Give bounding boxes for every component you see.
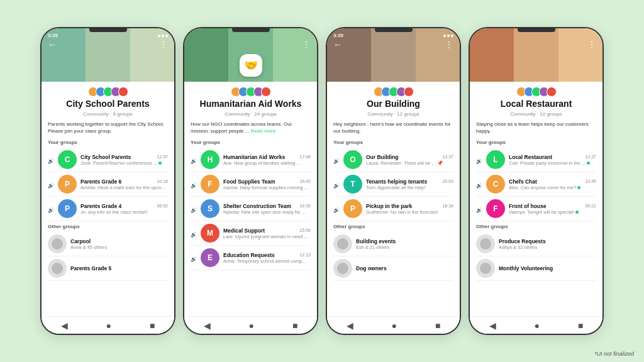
group-item[interactable]: 🔊EEducation Requests12:13Anna: Temporary… bbox=[191, 246, 311, 270]
other-group-item[interactable]: Monthly Volunteering bbox=[476, 256, 596, 281]
back-button[interactable]: ← bbox=[333, 40, 342, 50]
community-description: How our NGO coordinates across teams. Ou… bbox=[191, 121, 311, 134]
other-group-subtitle: Aditya & 32 others bbox=[499, 244, 546, 250]
group-avatar: O bbox=[343, 150, 362, 169]
group-info: Local Restaurant12:27Carl: Private party… bbox=[509, 154, 596, 166]
group-last-message: Valerya: Tonight will be special! bbox=[509, 209, 596, 215]
other-group-avatar bbox=[333, 259, 352, 278]
phone4-header-bg: ⋮ bbox=[470, 28, 602, 82]
group-item[interactable]: 🔊CChefs Chat10:45Alex: Can anyone cover … bbox=[476, 172, 596, 197]
group-item[interactable]: 🔊SShelter Construction Team16:35Nykolai:… bbox=[191, 197, 311, 221]
nav-button[interactable]: ◀ bbox=[347, 321, 353, 331]
other-groups-label: Other groups bbox=[476, 224, 596, 229]
other-group-item[interactable]: Building eventsEsh & 21 others bbox=[333, 232, 453, 256]
other-group-info: Parents Grade 5 bbox=[70, 265, 111, 272]
status-bar: 3:35 bbox=[48, 33, 168, 38]
group-name-row: Parents Grade 610:18 bbox=[80, 178, 168, 185]
group-last-message: Carl: Private party tomorrow in the ... bbox=[509, 160, 596, 166]
online-indicator bbox=[158, 162, 162, 165]
nav-button[interactable]: ● bbox=[249, 321, 254, 331]
community-meta: Community · 8 groups bbox=[48, 111, 168, 117]
group-item[interactable]: 🔊CCity School Parents12:37José: Parent/T… bbox=[48, 148, 168, 172]
group-last-message: Nykolai: New site open and ready for ... bbox=[223, 209, 311, 215]
group-name-row: Medical Support15:59 bbox=[223, 228, 311, 234]
nav-button[interactable]: ● bbox=[392, 321, 397, 331]
group-item[interactable]: 🔊OOur Building13:37Laura: Reminder: Ther… bbox=[333, 148, 453, 172]
group-item[interactable]: 🔊PParents Grade 408:52Jo: any info on th… bbox=[48, 197, 168, 221]
group-avatar: E bbox=[201, 248, 219, 267]
group-item[interactable]: 🔊HHumanitarian Aid Works17:06Ava: New gr… bbox=[191, 148, 311, 172]
speaker-icon: 🔊 bbox=[191, 252, 197, 263]
phone3-body: Our BuildingCommunity · 12 groupsHey nei… bbox=[327, 82, 460, 316]
status-time: 3:35 bbox=[48, 33, 58, 38]
group-item[interactable]: 🔊FFront of house09:21Valerya: Tonight wi… bbox=[476, 197, 596, 221]
nav-button[interactable]: ■ bbox=[578, 321, 583, 331]
other-group-name: Dog owners bbox=[356, 265, 387, 272]
group-item[interactable]: 🔊PParents Grade 610:18Amelia: Have a mat… bbox=[48, 172, 168, 197]
group-name-row: Pickup in the park18:18 bbox=[366, 203, 453, 209]
speaker-icon: 🔊 bbox=[191, 154, 197, 165]
group-time: 13:37 bbox=[442, 155, 453, 159]
group-avatar: C bbox=[58, 150, 77, 169]
avatar bbox=[261, 87, 271, 97]
nav-button[interactable]: ■ bbox=[435, 321, 440, 331]
group-name-row: City School Parents12:37 bbox=[80, 154, 168, 160]
community-icon: 🤝 bbox=[240, 54, 262, 77]
group-item[interactable]: 🔊FFood Supplies Team16:42Ivanna: baby fo… bbox=[191, 172, 311, 197]
more-button[interactable]: ⋮ bbox=[302, 40, 311, 50]
community-title: City School Parents bbox=[48, 99, 168, 109]
group-name-row: Our Building13:37 bbox=[366, 154, 453, 160]
nav-button[interactable]: ● bbox=[535, 321, 540, 331]
community-meta: Community · 10 groups bbox=[476, 111, 596, 117]
nav-button[interactable]: ● bbox=[106, 321, 111, 331]
speaker-icon: 🔊 bbox=[476, 203, 482, 214]
group-name: Pickup in the park bbox=[366, 203, 412, 209]
group-last-message: José: Parent/Teacher conferences ... bbox=[80, 160, 168, 166]
group-name: Education Requests bbox=[223, 252, 275, 258]
group-name: Shelter Construction Team bbox=[223, 203, 291, 209]
your-groups-label: Your groups bbox=[191, 140, 311, 145]
back-button[interactable]: ← bbox=[48, 40, 57, 50]
group-item[interactable]: 🔊MMedical Support15:59Lars: Injured preg… bbox=[191, 221, 311, 246]
read-more-link[interactable]: Read more bbox=[249, 128, 275, 134]
other-groups-label: Other groups bbox=[333, 224, 453, 229]
group-item[interactable]: 🔊LLocal Restaurant12:27Carl: Private par… bbox=[476, 148, 596, 172]
nav-button[interactable]: ◀ bbox=[204, 321, 211, 331]
nav-button[interactable]: ■ bbox=[292, 321, 297, 331]
group-name: Tenants helping tenants bbox=[366, 178, 427, 185]
avatar bbox=[547, 87, 557, 97]
group-time: 12:27 bbox=[585, 155, 596, 159]
group-time: 10:18 bbox=[157, 179, 168, 184]
group-item[interactable]: 🔊PPickup in the park18:18Guilherme: No r… bbox=[333, 197, 453, 221]
more-button[interactable]: ⋮ bbox=[587, 40, 596, 50]
group-avatar: S bbox=[201, 199, 219, 218]
other-group-item[interactable]: Parents Grade 5 bbox=[48, 256, 168, 281]
group-time: 09:21 bbox=[585, 204, 596, 208]
group-name: Front of house bbox=[509, 203, 547, 209]
phone2-body: Humanitarian Aid WorksCommunity · 24 gro… bbox=[184, 82, 317, 316]
member-avatars bbox=[48, 87, 168, 97]
group-time: 12:37 bbox=[157, 155, 168, 159]
nav-button[interactable]: ◀ bbox=[489, 321, 496, 331]
status-icons bbox=[158, 35, 168, 37]
group-info: Front of house09:21Valerya: Tonight will… bbox=[509, 203, 596, 215]
group-name: Food Supplies Team bbox=[223, 178, 275, 185]
phones-container: 3:35 ←⋮City School ParentsCommunity · 8 … bbox=[0, 0, 644, 362]
group-time: 18:18 bbox=[442, 204, 453, 208]
other-group-name: Parents Grade 5 bbox=[70, 265, 111, 272]
nav-button[interactable]: ■ bbox=[150, 321, 155, 331]
other-avatar-icon bbox=[337, 238, 348, 250]
other-group-item[interactable]: Produce RequestsAditya & 32 others bbox=[476, 232, 596, 256]
group-item[interactable]: 🔊TTenants helping tenants20:03Tom: Appre… bbox=[333, 172, 453, 197]
group-time: 16:42 bbox=[299, 179, 311, 184]
other-group-item[interactable]: Dog owners bbox=[333, 256, 453, 281]
community-meta: Community · 12 groups bbox=[333, 111, 453, 117]
nav-button[interactable]: ◀ bbox=[61, 321, 68, 331]
more-button[interactable]: ⋮ bbox=[445, 40, 453, 50]
other-group-item[interactable]: CarpoolAnna & 45 others bbox=[48, 232, 168, 256]
phone-navbar: ◀●■ bbox=[42, 316, 174, 334]
speaker-icon: 🔊 bbox=[333, 178, 340, 190]
group-name: Our Building bbox=[366, 154, 398, 160]
group-name: Chefs Chat bbox=[509, 178, 537, 185]
more-button[interactable]: ⋮ bbox=[159, 40, 168, 50]
